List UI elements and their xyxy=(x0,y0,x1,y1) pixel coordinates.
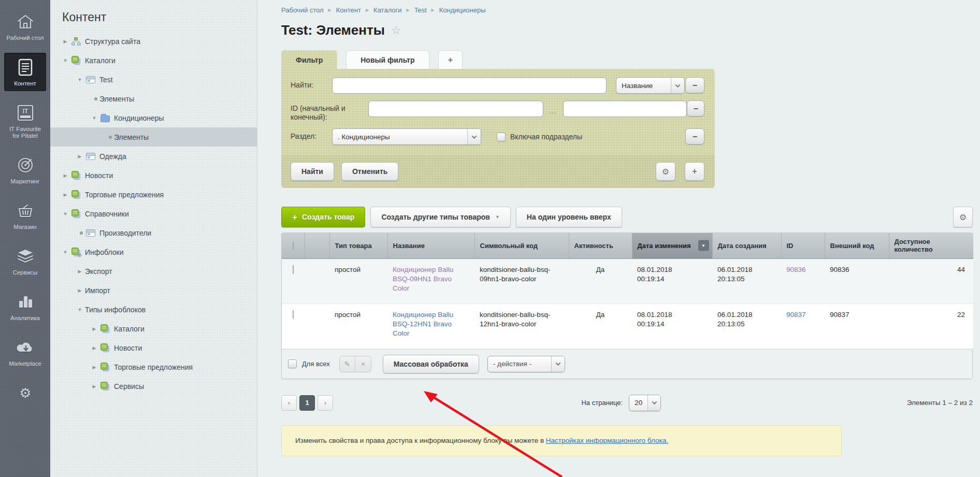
column-header[interactable]: Внешний код xyxy=(825,233,889,258)
expander-closed-icon[interactable]: ▶ xyxy=(62,173,68,178)
header-checkbox[interactable] xyxy=(293,241,294,250)
id-from-input[interactable] xyxy=(368,100,543,117)
rail-item-analytics[interactable]: Аналитика xyxy=(4,287,46,326)
tree-item-новости[interactable]: ▶Новости xyxy=(50,338,257,357)
column-header[interactable]: Дата создания xyxy=(712,233,781,258)
tab-фильтр[interactable]: Фильтр xyxy=(281,50,337,69)
rail-item-home[interactable]: Рабочий стол xyxy=(4,7,46,46)
rail-item-services[interactable]: Сервисы xyxy=(4,242,46,280)
tree-item-торговые-предложения[interactable]: ▶Торговые предложения xyxy=(50,357,257,377)
tab-новый-фильтр[interactable]: Новый фильтр xyxy=(346,50,429,69)
tree-item-элементы[interactable]: Элементы xyxy=(50,127,257,147)
prev-page-button[interactable]: ‹ xyxy=(281,395,297,411)
tree-item-производители[interactable]: Производители xyxy=(50,223,257,242)
filter-search-button[interactable]: Найти xyxy=(291,162,334,181)
tree-item-справочники[interactable]: ▼Справочники xyxy=(50,204,257,223)
add-filter-tab[interactable]: + xyxy=(438,50,463,69)
find-input[interactable] xyxy=(332,77,607,94)
section-select[interactable]: . Кондиционеры xyxy=(332,128,481,145)
caret-down-icon: ▼ xyxy=(495,214,500,220)
expander-open-icon[interactable]: ▼ xyxy=(62,250,68,255)
rail-item-settings[interactable]: ⚙ xyxy=(4,379,46,410)
tree-item-элементы[interactable]: Элементы xyxy=(50,89,257,108)
rail-item-store[interactable]: Магазин xyxy=(4,196,46,235)
tree-item-каталоги[interactable]: ▼Каталоги xyxy=(50,51,257,70)
expander-closed-icon[interactable]: ▶ xyxy=(91,384,97,389)
rail-item-marketing[interactable]: Маркетинг xyxy=(4,151,46,189)
tree-item-test[interactable]: ▼Test xyxy=(50,70,257,89)
tree-item-экспорт[interactable]: ▶Экспорт xyxy=(50,262,257,281)
row-checkbox[interactable] xyxy=(293,265,294,274)
product-name-link[interactable]: Кондиционер Ballu BSQ-09HN1 Bravo Color xyxy=(393,266,453,292)
header-drag[interactable] xyxy=(305,233,329,258)
expander-closed-icon[interactable]: ▶ xyxy=(62,39,68,44)
tree-item-каталоги[interactable]: ▶Каталоги xyxy=(50,319,257,338)
breadcrumb-link[interactable]: Рабочий стол xyxy=(281,6,324,14)
remove-filter-row-button[interactable]: − xyxy=(685,128,704,144)
expander-closed-icon[interactable]: ▶ xyxy=(77,154,83,159)
filter-settings-gear-icon[interactable]: ⚙ xyxy=(656,162,675,181)
filter-cancel-button[interactable]: Отменить xyxy=(341,162,398,181)
expander-closed-icon[interactable]: ▶ xyxy=(77,288,83,293)
current-page-button[interactable]: 1 xyxy=(299,395,315,411)
column-header[interactable]: Доступное количество xyxy=(889,233,973,258)
rail-item-marketplace[interactable]: Marketplace xyxy=(4,333,46,371)
column-header[interactable]: Дата изменения▼ xyxy=(632,233,712,258)
filter-add-field-button[interactable]: + xyxy=(685,162,704,181)
breadcrumb-link[interactable]: Test xyxy=(414,6,427,14)
expander-open-icon[interactable]: ▼ xyxy=(91,115,97,121)
column-header[interactable]: Тип товара xyxy=(329,233,387,258)
rail-item-it-favourite[interactable]: ITIT Favourite for Pitatel xyxy=(4,98,46,143)
mass-processing-button[interactable]: Массовая обработка xyxy=(383,355,479,373)
select-all-checkbox[interactable] xyxy=(288,359,297,368)
favorite-star-icon[interactable]: ☆ xyxy=(391,24,401,37)
id-to-input[interactable] xyxy=(563,100,687,117)
breadcrumb-link[interactable]: Кондиционеры xyxy=(439,6,486,14)
tree-item-импорт[interactable]: ▶Импорт xyxy=(50,281,257,300)
column-header[interactable]: Символьный код xyxy=(474,233,569,258)
expander-closed-icon[interactable]: ▶ xyxy=(91,365,97,370)
header-select-all[interactable] xyxy=(282,233,305,258)
next-page-button[interactable]: › xyxy=(318,395,333,411)
breadcrumb-link[interactable]: Каталоги xyxy=(373,6,402,14)
product-name-link[interactable]: Кондиционер Ballu BSQ-12HN1 Bravo Color xyxy=(393,311,453,337)
find-field-select[interactable]: Название xyxy=(616,77,685,94)
expander-closed-icon[interactable]: ▶ xyxy=(77,269,83,274)
expander-open-icon[interactable]: ▼ xyxy=(77,77,83,82)
create-other-types-button[interactable]: Создать другие типы товаров ▼ xyxy=(370,207,510,227)
edit-selected-icon[interactable]: ✎ xyxy=(339,356,355,372)
tree-item-типы-инфоблоков[interactable]: ▼Типы инфоблоков xyxy=(50,300,257,319)
remove-filter-row-button[interactable]: − xyxy=(685,77,704,93)
expander-closed-icon[interactable]: ▶ xyxy=(91,345,97,351)
rail-item-content[interactable]: Контент xyxy=(4,53,46,91)
tree-item-одежда[interactable]: ▶Одежда xyxy=(50,147,257,166)
row-checkbox[interactable] xyxy=(293,310,294,319)
level-up-button[interactable]: На один уровень вверх xyxy=(516,207,622,227)
tree-item-новости[interactable]: ▶Новости xyxy=(50,166,257,185)
column-header[interactable]: ID xyxy=(781,233,825,258)
breadcrumb-link[interactable]: Контент xyxy=(336,6,361,14)
id-link[interactable]: 90837 xyxy=(786,311,806,319)
column-header[interactable]: Активность xyxy=(569,233,632,258)
expander-closed-icon[interactable]: ▶ xyxy=(91,326,97,331)
tree-item-торговые-предложения[interactable]: ▶Торговые предложения xyxy=(50,185,257,204)
tree-item-сервисы[interactable]: ▶Сервисы xyxy=(50,377,257,396)
per-page-select[interactable]: 20 xyxy=(629,395,661,411)
expander-closed-icon[interactable]: ▶ xyxy=(62,192,68,197)
delete-selected-icon[interactable]: × xyxy=(355,356,371,372)
tree-item-структура-сайта[interactable]: ▶Структура сайта xyxy=(50,32,257,51)
expander-open-icon[interactable]: ▼ xyxy=(62,58,68,63)
actions-select[interactable]: - действия - xyxy=(487,356,565,372)
grid-settings-gear-icon[interactable]: ⚙ xyxy=(953,207,973,227)
infoblock-settings-link[interactable]: Настройках информационного блока. xyxy=(546,437,668,444)
expander-open-icon[interactable]: ▼ xyxy=(77,307,83,312)
remove-filter-row-button[interactable]: − xyxy=(687,100,704,117)
sort-desc-icon[interactable]: ▼ xyxy=(698,240,709,251)
create-product-button[interactable]: + Создать товар xyxy=(281,207,365,227)
tree-item-кондиционеры[interactable]: ▼Кондиционеры xyxy=(50,108,257,127)
tree-item-инфоблоки[interactable]: ▼⚙Инфоблоки xyxy=(50,242,257,262)
id-link[interactable]: 90836 xyxy=(786,266,806,273)
include-subsections-checkbox[interactable] xyxy=(497,133,506,141)
column-header[interactable]: Название xyxy=(387,233,474,258)
expander-open-icon[interactable]: ▼ xyxy=(62,211,68,216)
